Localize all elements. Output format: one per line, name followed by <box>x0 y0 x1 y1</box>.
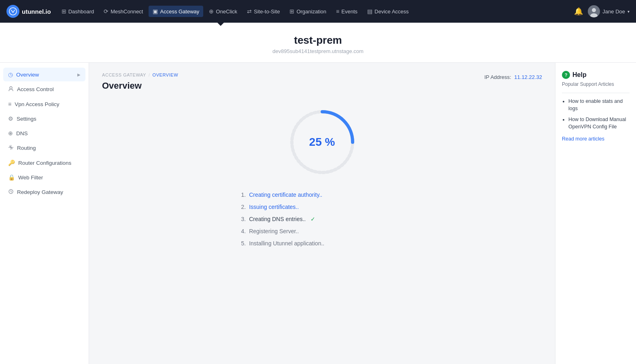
sidebar: ◷ Overview ▶ Access Control ≡ Vpn Access… <box>0 63 89 364</box>
web-filter-icon: 🔒 <box>8 174 15 181</box>
dns-icon: ⊕ <box>8 130 13 136</box>
site-to-site-icon: ⇄ <box>247 8 252 15</box>
nav-item-oneclick[interactable]: ⊕ OneClick <box>205 6 241 17</box>
nav-item-events[interactable]: ≡ Events <box>332 6 362 17</box>
sidebar-item-router-configurations[interactable]: 🔑 Router Configurations <box>3 156 85 170</box>
svg-point-0 <box>9 8 17 15</box>
access-gateway-icon: ▣ <box>153 8 158 15</box>
sidebar-item-access-control[interactable]: Access Control <box>3 82 85 96</box>
routing-icon <box>8 145 14 151</box>
nav-item-device-access[interactable]: ▤ Device Access <box>363 6 413 17</box>
help-article-1: How to enable stats and logs <box>568 98 630 112</box>
ip-label: IP Address: <box>484 74 511 80</box>
svg-point-4 <box>10 87 12 89</box>
nav-item-organization[interactable]: ⊞ Organization <box>285 6 330 17</box>
help-icon: ? <box>562 71 570 79</box>
help-title: ? Help <box>562 71 630 79</box>
sidebar-item-redeploy-gateway[interactable]: Redeploy Gateway <box>3 185 85 199</box>
help-panel: ? Help Popular Support Articles How to e… <box>555 63 636 364</box>
notification-bell-icon[interactable]: 🔔 <box>574 7 583 16</box>
help-article-2: How to Download Manual OpenVPN Config Fi… <box>568 116 630 130</box>
help-subtitle: Popular Support Articles <box>562 81 630 87</box>
active-nav-arrow <box>217 23 224 26</box>
sidebar-item-routing[interactable]: Routing <box>3 141 85 155</box>
step-4: 4. Registering Server.. <box>241 228 403 234</box>
page-subtitle: dev895sub4141testprem.utnstage.com <box>0 48 636 54</box>
router-config-icon: 🔑 <box>8 160 15 166</box>
help-articles-list: How to enable stats and logs How to Down… <box>562 98 630 130</box>
user-name: Jane Doe <box>602 9 625 15</box>
sidebar-item-settings[interactable]: ⚙ Settings <box>3 112 85 126</box>
nav-item-dashboard[interactable]: ⊞ Dashboard <box>57 6 98 17</box>
sidebar-item-web-filter[interactable]: 🔒 Web Filter <box>3 170 85 184</box>
main-layout: ◷ Overview ▶ Access Control ≡ Vpn Access… <box>0 63 636 364</box>
overview-chevron-icon: ▶ <box>77 72 81 77</box>
section-title: Overview <box>102 81 178 91</box>
sidebar-item-overview[interactable]: ◷ Overview ▶ <box>3 68 85 81</box>
ip-address-link[interactable]: 11.12.22.32 <box>514 74 542 80</box>
read-more-articles-link[interactable]: Read more articles <box>562 136 630 142</box>
breadcrumb-separator: / <box>149 72 150 77</box>
progress-label: 25 % <box>309 136 335 149</box>
nav-right: 🔔 Jane Doe ▾ <box>574 5 630 17</box>
ip-address-section: IP Address: 11.12.22.32 <box>484 72 542 80</box>
top-navigation: utunnel.io ⊞ Dashboard ⟳ MeshConnect ▣ A… <box>0 0 636 23</box>
page-title: test-prem <box>0 34 636 47</box>
page-header: test-prem dev895sub4141testprem.utnstage… <box>0 23 636 63</box>
svg-point-2 <box>592 8 596 12</box>
user-menu-chevron-icon: ▾ <box>627 9 630 14</box>
events-icon: ≡ <box>336 8 339 15</box>
nav-item-meshconnect[interactable]: ⟳ MeshConnect <box>100 6 147 17</box>
access-control-icon <box>8 86 14 93</box>
progress-container: 25 % <box>102 106 542 179</box>
step-3-check-icon: ✓ <box>311 216 315 222</box>
logo-icon <box>6 5 19 18</box>
steps-list: 1. Creating certificate authority.. 2. I… <box>241 192 403 247</box>
redeploy-icon <box>8 189 14 196</box>
step-1: 1. Creating certificate authority.. <box>241 192 403 198</box>
vpn-policy-icon: ≡ <box>8 101 11 107</box>
main-content: ACCESS GATEWAY / OVERVIEW Overview IP Ad… <box>89 63 555 364</box>
oneclick-icon: ⊕ <box>209 8 214 15</box>
step-3: 3. Creating DNS entries.. ✓ <box>241 216 403 222</box>
user-menu[interactable]: Jane Doe ▾ <box>588 5 630 17</box>
progress-circle: 25 % <box>286 106 359 179</box>
step-2: 2. Issuing certificates.. <box>241 204 403 210</box>
step-5: 5. Installing Utunnel application.. <box>241 240 403 247</box>
sidebar-item-vpn-access-policy[interactable]: ≡ Vpn Access Policy <box>3 97 85 111</box>
dashboard-icon: ⊞ <box>62 8 66 15</box>
breadcrumb-parent: ACCESS GATEWAY <box>102 72 146 77</box>
organization-icon: ⊞ <box>289 8 294 15</box>
nav-item-access-gateway[interactable]: ▣ Access Gateway <box>149 6 203 17</box>
meshconnect-icon: ⟳ <box>104 8 108 15</box>
sidebar-item-dns[interactable]: ⊕ DNS <box>3 126 85 140</box>
breadcrumb: ACCESS GATEWAY / OVERVIEW <box>102 72 178 77</box>
device-access-icon: ▤ <box>367 8 372 15</box>
logo-text: utunnel.io <box>22 8 51 15</box>
settings-icon: ⚙ <box>8 115 13 122</box>
breadcrumb-current: OVERVIEW <box>153 72 179 77</box>
nav-item-site-to-site[interactable]: ⇄ Site-to-Site <box>243 6 284 17</box>
overview-icon: ◷ <box>8 71 13 78</box>
help-divider <box>562 93 630 93</box>
logo[interactable]: utunnel.io <box>6 5 51 18</box>
avatar <box>588 5 600 17</box>
